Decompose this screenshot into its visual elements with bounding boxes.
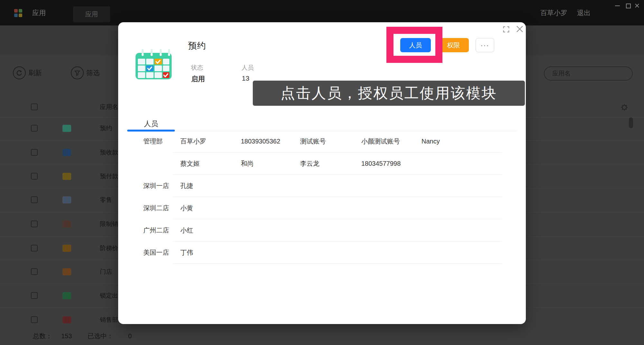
staff-cell: 小黄 — [180, 204, 241, 212]
row-checkbox[interactable] — [31, 196, 38, 203]
filter-label: 筛选 — [86, 68, 100, 77]
staff-cell: 孔捷 — [180, 182, 241, 190]
row-checkbox[interactable] — [31, 125, 38, 132]
calendar-icon — [136, 49, 172, 79]
scrollbar-thumb[interactable] — [629, 117, 633, 128]
receipt-icon — [62, 196, 71, 203]
gear-icon[interactable] — [621, 104, 628, 111]
staff-row: 深圳一店 孔捷 — [118, 175, 526, 197]
brand-label: 应用 — [32, 0, 46, 25]
staff-row: 管理部 百草小罗 18039305362 测试账号 小颜测试账号 Nancy — [118, 130, 526, 153]
coins-icon — [62, 245, 71, 252]
staff-cell: 18034577998 — [361, 160, 421, 167]
module-detail-dialog: 预约 状态 人员 启用 13 人员 权限 ··· 人员 点击人员，授权员工使用该… — [118, 22, 526, 324]
row-checkbox[interactable] — [31, 149, 38, 156]
staff-row: 蔡文姬 和尚 李云龙 18034577998 — [118, 153, 526, 175]
staff-cell: 和尚 — [241, 159, 300, 168]
person-icon — [62, 221, 71, 228]
staff-row: 美国一店 丁伟 — [118, 241, 526, 264]
staff-cell: 百草小罗 — [180, 137, 241, 146]
staff-label: 人员 — [242, 64, 254, 72]
search-box[interactable] — [544, 66, 633, 81]
staff-cell: 丁伟 — [180, 248, 241, 257]
more-button[interactable]: ··· — [476, 38, 494, 52]
user-menu[interactable]: 百草小罗 — [540, 0, 567, 25]
staff-cell: 小颜测试账号 — [361, 137, 421, 146]
staff-cell: 小红 — [180, 226, 241, 235]
fullscreen-icon[interactable] — [503, 26, 509, 33]
window-close-icon[interactable] — [635, 4, 639, 8]
refresh-icon — [13, 66, 26, 79]
row-divider — [173, 263, 502, 264]
staff-cell: 蔡文姬 — [180, 159, 241, 168]
row-checkbox[interactable] — [31, 268, 38, 275]
staff-cell: 李云龙 — [300, 159, 361, 168]
module-title: 预约 — [188, 40, 206, 52]
row-checkbox[interactable] — [31, 221, 38, 227]
selected-label: 已选中： — [88, 331, 113, 340]
permission-button[interactable]: 权限 — [438, 38, 469, 52]
dept-cell: 美国一店 — [143, 248, 180, 257]
store-icon — [62, 268, 71, 275]
tooltip-annotation: 点击人员，授权员工使用该模块 — [253, 81, 525, 106]
tab-staff[interactable]: 人员 — [127, 119, 175, 129]
refresh-label: 刷新 — [28, 68, 42, 77]
total-value: 153 — [61, 331, 72, 340]
select-all-checkbox[interactable] — [31, 104, 38, 110]
card-icon — [62, 173, 71, 180]
total-label: 总数： — [33, 331, 52, 340]
app-name-header: 应用名 — [100, 103, 118, 112]
filter-button[interactable]: 筛选 — [71, 66, 100, 79]
minimize-icon[interactable] — [615, 5, 620, 6]
calendar-icon — [62, 125, 71, 132]
row-checkbox[interactable] — [31, 173, 38, 180]
staff-count: 13 — [242, 74, 249, 82]
maximize-icon[interactable] — [626, 4, 631, 8]
staff-row: 深圳二店 小黄 — [118, 197, 526, 219]
tab-apps[interactable]: 应用 — [73, 6, 110, 22]
staff-table: 管理部 百草小罗 18039305362 测试账号 小颜测试账号 Nancy 蔡… — [118, 130, 526, 264]
refresh-button[interactable]: 刷新 — [13, 66, 42, 79]
status-label: 状态 — [191, 64, 203, 72]
staff-cell: 18039305362 — [241, 138, 300, 145]
row-checkbox[interactable] — [31, 316, 38, 323]
dept-cell: 广州二店 — [143, 226, 180, 235]
staff-cell: 测试账号 — [300, 137, 361, 146]
dept-cell: 管理部 — [143, 137, 180, 146]
chart-icon — [62, 316, 71, 323]
status-value: 启用 — [191, 74, 205, 84]
dept-cell: 深圳一店 — [143, 182, 180, 190]
row-checkbox[interactable] — [31, 245, 38, 251]
logout-button[interactable]: 退出 — [577, 0, 591, 25]
lock-icon — [62, 292, 71, 299]
dept-cell: 深圳二店 — [143, 204, 180, 212]
filter-icon — [71, 66, 84, 79]
search-input[interactable] — [552, 70, 632, 77]
app-window: 应用 应用 百草小罗 退出 刷新 筛选 — [0, 0, 644, 345]
staff-button[interactable]: 人员 — [400, 38, 431, 52]
card-icon — [62, 149, 71, 156]
row-checkbox[interactable] — [31, 292, 38, 299]
staff-row: 广州二店 小红 — [118, 219, 526, 241]
close-icon[interactable] — [516, 25, 523, 33]
grid-logo-icon — [14, 9, 22, 17]
selected-value: 0 — [128, 331, 132, 340]
staff-cell: Nancy — [421, 138, 526, 145]
top-bar: 应用 应用 百草小罗 退出 — [0, 0, 644, 25]
